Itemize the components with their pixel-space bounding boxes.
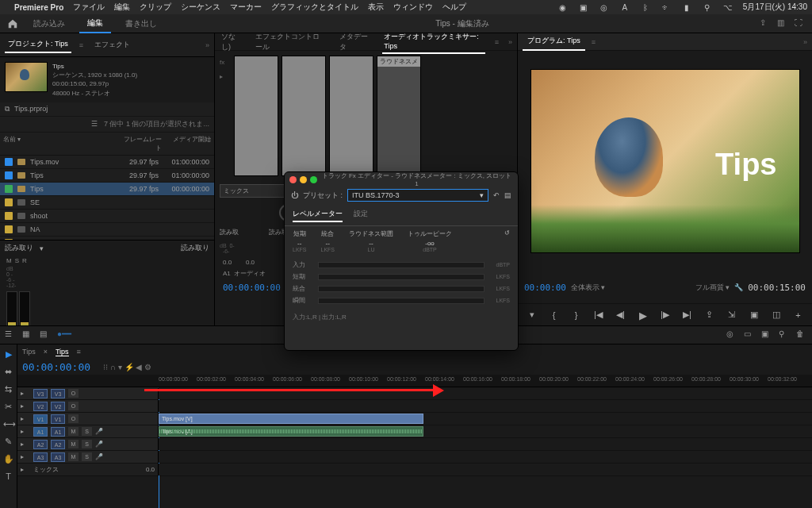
reset-icon[interactable]: ↺: [504, 229, 510, 252]
project-file[interactable]: Tips.prproj: [14, 105, 48, 113]
app-name[interactable]: Premiere Pro: [14, 3, 63, 12]
wrench-icon[interactable]: 🔧: [734, 283, 743, 291]
play-button[interactable]: ▶: [634, 306, 651, 323]
mixer-strip[interactable]: [234, 56, 278, 176]
loudness-meter-window[interactable]: トラック Fx エディター - ラウドネスメーター : ミックス, スロット 1…: [284, 171, 519, 351]
menu-marker[interactable]: マーカー: [230, 2, 262, 13]
bin-item[interactable]: Tips29.97 fps00:00:00:00: [0, 183, 214, 196]
bin-item[interactable]: SE: [0, 196, 214, 210]
menu-window[interactable]: ウィンドウ: [393, 2, 433, 13]
fx-tab-meter[interactable]: レベルメーター: [293, 207, 343, 222]
ws-edit[interactable]: 編集: [79, 14, 111, 33]
ime-icon[interactable]: A: [619, 3, 630, 12]
col-name[interactable]: 名前 ▾: [3, 135, 119, 152]
menu-edit[interactable]: 編集: [114, 2, 130, 13]
step-back-button[interactable]: ◀|: [614, 308, 628, 322]
tab-audio-mixer[interactable]: オーディオトラックミキサー: Tips: [382, 29, 485, 54]
timeline-tc[interactable]: 00:00:00:00: [22, 361, 90, 373]
settings-button[interactable]: +: [791, 308, 806, 322]
track-row[interactable]: ▸A3A3MS🎤: [17, 451, 812, 464]
zoom-slider[interactable]: ●━━: [57, 329, 68, 341]
wifi-icon[interactable]: ᯤ: [661, 3, 672, 12]
track-row[interactable]: ▸A2A2MS🎤: [17, 438, 812, 451]
tab-source[interactable]: ソなし): [220, 29, 244, 55]
add-marker-button[interactable]: ▾: [525, 308, 539, 322]
goto-out-button[interactable]: ▶|: [680, 308, 695, 322]
tab-effect-controls[interactable]: エフェクトコントロール: [254, 29, 328, 55]
col-framerate[interactable]: フレームレート: [122, 135, 162, 152]
track-select-tool[interactable]: ⬌: [3, 367, 14, 378]
sequence-thumb[interactable]: [5, 62, 48, 92]
menu-sequence[interactable]: シーケンス: [181, 2, 220, 13]
mixer-strip-loudness[interactable]: ラウドネスメ: [377, 56, 421, 176]
close-button[interactable]: [289, 176, 297, 183]
freeform-icon[interactable]: ▤: [40, 329, 51, 341]
export-frame-button[interactable]: ▣: [747, 308, 761, 322]
ws-export[interactable]: 書き出し: [117, 15, 165, 33]
menu-clip[interactable]: クリップ: [140, 2, 171, 13]
auto-match-icon[interactable]: ◎: [726, 329, 737, 341]
tab-metadata[interactable]: メタデータ: [338, 29, 373, 55]
tab-effects[interactable]: エフェクト: [91, 37, 133, 52]
track-row[interactable]: ▸A1A1MS🎤Tips.mov [A]: [17, 425, 812, 438]
preset-next-icon[interactable]: ▤: [504, 191, 511, 199]
power-icon[interactable]: ⏻: [291, 191, 298, 199]
control-center-icon[interactable]: ⌥: [722, 3, 733, 12]
fit-dropdown[interactable]: 全体表示 ▾: [571, 283, 606, 293]
quality-dropdown[interactable]: フル画質 ▾: [695, 283, 730, 293]
pen-tool[interactable]: ✎: [3, 437, 14, 448]
record-icon[interactable]: ◉: [557, 3, 569, 12]
seq-tab[interactable]: Tips: [22, 348, 36, 356]
preset-dropdown[interactable]: ITU BS.1770-3▾: [347, 189, 488, 202]
menu-view[interactable]: 表示: [368, 2, 384, 13]
type-tool[interactable]: T: [3, 471, 14, 483]
bin-item[interactable]: Tips.mov29.97 fps01:00:00:00: [0, 156, 214, 169]
seq-tab-active[interactable]: Tips: [56, 348, 69, 356]
sys-icon[interactable]: ▣: [578, 3, 589, 12]
time-ruler[interactable]: 00:00:00:0000:00:02:0000:00:04:0000:00:0…: [17, 375, 812, 387]
program-tc-in[interactable]: 00:00:00: [524, 283, 566, 293]
comparison-button[interactable]: ◫: [769, 308, 783, 322]
mix-track[interactable]: ▸ミックス0.0: [17, 464, 812, 476]
step-fwd-button[interactable]: |▶: [658, 308, 672, 322]
track-row[interactable]: ▸V2V2O: [17, 400, 812, 413]
mixer-strip[interactable]: [282, 56, 326, 176]
track-row[interactable]: ▸V1V1OTips.mov [V]: [17, 413, 812, 425]
fx-tab-settings[interactable]: 設定: [354, 207, 368, 222]
cc-icon[interactable]: ◎: [599, 3, 610, 12]
bin-item[interactable]: shoot: [0, 210, 214, 223]
menu-graphics[interactable]: グラフィックとタイトル: [271, 2, 358, 13]
zoom-button[interactable]: [310, 176, 317, 183]
bt-icon[interactable]: ᛒ: [640, 3, 651, 12]
preset-prev-icon[interactable]: ↶: [493, 191, 500, 199]
fullscreen-icon[interactable]: ⛶: [795, 18, 806, 29]
col-mediastart[interactable]: メディア開始: [165, 135, 211, 152]
ws-import[interactable]: 読み込み: [25, 15, 73, 33]
list-view-icon[interactable]: ☰: [5, 329, 16, 341]
battery-icon[interactable]: ▮: [681, 3, 692, 12]
home-button[interactable]: [6, 17, 19, 30]
new-bin-icon[interactable]: ▭: [744, 329, 755, 341]
menu-help[interactable]: ヘルプ: [442, 2, 466, 13]
extract-button[interactable]: ⇲: [725, 308, 739, 322]
filter-icon[interactable]: ☰: [91, 120, 98, 128]
hand-tool[interactable]: ✋: [3, 454, 14, 465]
selection-tool[interactable]: ▶: [3, 349, 14, 360]
ripple-tool[interactable]: ⇆: [3, 384, 14, 395]
razor-tool[interactable]: ✂: [3, 402, 14, 413]
new-item-icon[interactable]: ▣: [761, 329, 772, 341]
mixer-strip[interactable]: [329, 56, 373, 176]
trash-icon[interactable]: 🗑: [796, 329, 807, 341]
workspace-icon[interactable]: ▥: [777, 18, 788, 29]
minimize-button[interactable]: [300, 176, 307, 183]
goto-in-button[interactable]: |◀: [592, 308, 606, 322]
bin-item[interactable]: Tips29.97 fps01:00:00:00: [0, 169, 214, 183]
lift-button[interactable]: ⇪: [703, 308, 717, 322]
program-monitor[interactable]: Tips: [530, 69, 800, 253]
tab-program[interactable]: プログラム: Tips: [523, 33, 585, 51]
search-icon[interactable]: ⚲: [779, 329, 790, 341]
search-icon[interactable]: ⚲: [702, 3, 713, 12]
quick-export-icon[interactable]: ⇪: [760, 18, 771, 29]
bin-item[interactable]: NA: [0, 223, 214, 237]
mark-out-button[interactable]: }: [569, 308, 584, 322]
